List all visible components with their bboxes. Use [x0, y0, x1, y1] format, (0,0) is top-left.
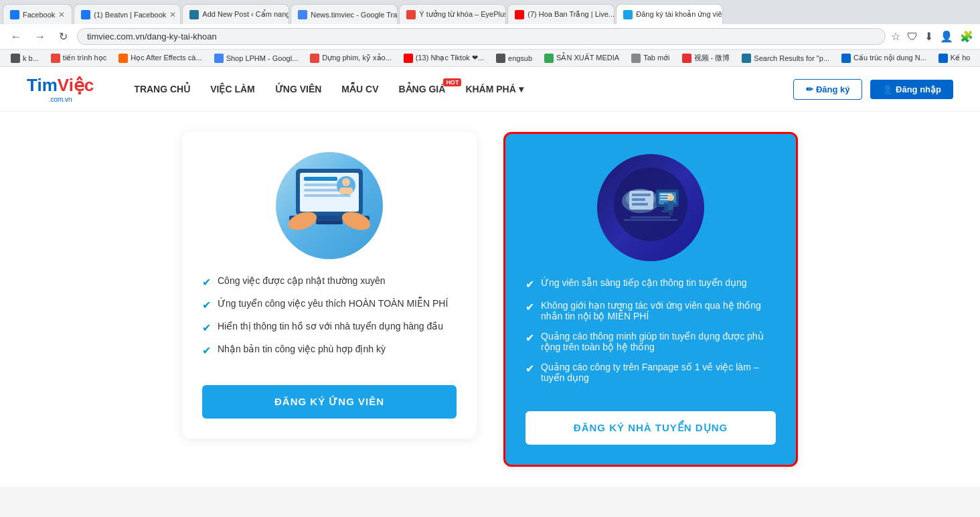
ntd-feature-item-1: ✔ Ứng viên sẵn sàng tiếp cận thông tin t…: [525, 277, 776, 291]
feature-item-3: ✔ Hiển thị thông tin hồ sơ với nhà tuyển…: [202, 321, 457, 334]
bookmark-nhac-tiktok-icon: [404, 54, 413, 63]
tab-dang-ky-label: Đăng ký tài khoản ứng viê...: [636, 10, 723, 19]
svg-rect-28: [668, 201, 673, 210]
ntd-feature-text-2: Không giới hạn tương tác với ứng viên qu…: [541, 300, 776, 321]
tabs-bar: Facebook ✕ (1) Beatvn | Facebook ✕ Add N…: [0, 0, 980, 24]
check-icon-2: ✔: [202, 299, 211, 311]
bookmark-weibo-icon: [682, 54, 691, 63]
reload-button[interactable]: ↻: [55, 29, 72, 44]
tab-add-post-label: Add New Post ‹ Cẩm nang...: [202, 10, 289, 19]
toolbar-icons: ☆ 🛡 ⬇ 👤 🧩: [891, 30, 973, 43]
eyeplus-tab-icon: [406, 10, 416, 19]
svg-rect-10: [316, 221, 343, 224]
nav-viec-lam[interactable]: VIỆC LÀM: [210, 84, 255, 94]
tab-beatvn[interactable]: (1) Beatvn | Facebook ✕: [74, 4, 181, 24]
tab-youtube[interactable]: (7) Hoa Ban Trắng | Live... ✕: [507, 4, 615, 24]
ntd-feature-item-4: ✔ Quảng cáo công ty trên Fanpage số 1 về…: [525, 362, 776, 383]
feature-text-2: Ứng tuyển công việc yêu thích HOÀN TOÀN …: [218, 298, 448, 309]
bookmarks-bar: k b... tiến trình học Học After Effects …: [0, 50, 980, 67]
bookmark-kb[interactable]: k b...: [7, 52, 43, 64]
tab-dang-ky[interactable]: Đăng ký tài khoản ứng viê... ✕: [616, 4, 723, 24]
logo-tim: Tim: [27, 75, 58, 95]
bookmark-tien-trinh[interactable]: tiến trình học: [47, 52, 110, 64]
svg-rect-32: [671, 210, 673, 216]
nav-mau-cv[interactable]: MẪU CV: [341, 84, 378, 94]
bookmark-tab-moi-icon: [631, 54, 641, 63]
ntd-check-icon-2: ✔: [525, 301, 534, 313]
svg-rect-17: [632, 194, 651, 196]
bookmark-dung-phim[interactable]: Dựng phim, kỹ xảo...: [306, 52, 396, 64]
browser-toolbar: ← → ↻ ☆ 🛡 ⬇ 👤 🧩: [0, 24, 980, 50]
nha-tuyen-dung-illustration: [597, 154, 704, 261]
nha-tuyen-dung-features: ✔ Ứng viên sẵn sàng tiếp cận thông tin t…: [525, 277, 776, 392]
bookmark-nhac-tiktok[interactable]: (13) Nhạc Tiktok ❤...: [400, 52, 488, 64]
bookmark-icon[interactable]: ☆: [891, 30, 900, 43]
beatvn-tab-icon: [81, 10, 90, 19]
user-icon: 👤: [882, 84, 893, 94]
nav-links: TRANG CHỦ VIỆC LÀM ỨNG VIÊN MẪU CV BẢNG …: [134, 84, 523, 94]
tab-facebook-label: Facebook: [23, 11, 55, 19]
nav-trang-chu[interactable]: TRANG CHỦ: [134, 84, 190, 94]
feature-text-4: Nhận bản tin công việc phù hợp định kỳ: [218, 344, 386, 354]
bookmark-cau-truc[interactable]: Cấu trúc nội dung N...: [837, 52, 930, 64]
nav-bang-gia[interactable]: BẢNG GIÁ HOT: [398, 84, 445, 94]
feature-text-3: Hiển thị thông tin hồ sơ với nhà tuyển d…: [218, 321, 443, 331]
ntd-feature-text-1: Ứng viên sẵn sàng tiếp cận thông tin tuy…: [541, 277, 747, 288]
bookmark-dung-phim-icon: [310, 54, 319, 63]
dang-ky-button[interactable]: ✏ Đăng ký: [793, 79, 862, 100]
bookmark-weibo[interactable]: 视频 - 微博: [678, 52, 734, 64]
download-icon[interactable]: ⬇: [924, 30, 933, 43]
svg-rect-29: [664, 202, 668, 204]
svg-point-27: [667, 194, 674, 201]
tab-facebook[interactable]: Facebook ✕: [3, 4, 72, 24]
forward-button[interactable]: →: [31, 29, 50, 44]
ntd-check-icon-1: ✔: [525, 278, 534, 291]
tab-beatvn-close[interactable]: ✕: [166, 10, 176, 19]
ntd-feature-item-3: ✔ Quảng cáo thông minh giúp tin tuyển dụ…: [525, 331, 776, 352]
check-icon-3: ✔: [202, 321, 211, 334]
tab-eyeplus[interactable]: Ý tưởng từ khóa – EyePlus... ✕: [399, 4, 506, 24]
shield-icon[interactable]: 🛡: [907, 31, 918, 43]
tab-facebook-close[interactable]: ✕: [55, 10, 65, 19]
bookmark-after-effects[interactable]: Học After Effects cà...: [114, 52, 206, 64]
logo-com: .com.vn: [49, 96, 72, 103]
dang-ky-ung-vien-button[interactable]: ĐĂNG KÝ ỨNG VIÊN: [202, 385, 457, 419]
nha-tuyen-dung-card: ✔ Ứng viên sẵn sàng tiếp cận thông tin t…: [503, 132, 798, 467]
nha-tuyen-dung-svg: [604, 164, 698, 251]
logo-viec: Việc: [58, 75, 94, 95]
tab-add-post[interactable]: Add New Post ‹ Cẩm nang... ✕: [182, 4, 289, 24]
ntd-check-icon-3: ✔: [525, 331, 534, 344]
bookmark-san-xuat-media[interactable]: SẢN XUẤT MEDIA: [540, 52, 623, 64]
nav-auth: ✏ Đăng ký 👤 Đăng nhập: [793, 79, 953, 100]
svg-rect-2: [304, 177, 337, 181]
dang-ky-nha-tuyen-dung-button[interactable]: ĐĂNG KÝ NHÀ TUYỂN DỤNG: [525, 411, 776, 445]
bookmark-tab-moi[interactable]: Tab mới: [627, 52, 673, 64]
ntd-feature-text-4: Quảng cáo công ty trên Fanpage số 1 về v…: [541, 362, 776, 383]
dang-nhap-button[interactable]: 👤 Đăng nhập: [870, 80, 953, 99]
bookmark-ke-ho[interactable]: Kế ho: [934, 52, 975, 64]
bookmark-search-p[interactable]: Search Results for "p...: [738, 52, 833, 64]
add-post-tab-icon: [189, 10, 199, 19]
bookmark-engsub[interactable]: engsub: [492, 52, 536, 64]
tab-eyeplus-label: Ý tưởng từ khóa – EyePlus...: [419, 10, 506, 19]
ung-vien-illustration: [276, 152, 383, 259]
bookmark-shop-lphm[interactable]: Shop LPHM - Googl...: [210, 52, 303, 64]
extensions-icon[interactable]: 🧩: [960, 30, 973, 43]
svg-rect-34: [631, 216, 671, 218]
svg-rect-8: [339, 188, 353, 194]
bookmark-engsub-icon: [496, 54, 505, 63]
ntd-feature-text-3: Quảng cáo thông minh giúp tin tuyển dụng…: [541, 331, 776, 352]
nav-ung-vien[interactable]: ỨNG VIÊN: [275, 84, 322, 94]
back-button[interactable]: ←: [7, 29, 25, 44]
tab-news-timviec[interactable]: News.timviec - Google Tra... ✕: [291, 4, 398, 24]
svg-point-7: [342, 178, 350, 186]
profile-icon[interactable]: 👤: [940, 30, 953, 43]
pencil-icon: ✏: [806, 84, 813, 94]
dang-ky-tab-icon: [623, 10, 633, 19]
logo[interactable]: TimViệc .com.vn: [27, 75, 94, 103]
svg-rect-30: [673, 202, 677, 204]
bookmark-shop-lphm-icon: [214, 54, 224, 63]
address-bar[interactable]: [77, 28, 886, 45]
browser-chrome: Facebook ✕ (1) Beatvn | Facebook ✕ Add N…: [0, 0, 980, 67]
nav-kham-pha[interactable]: KHÁM PHÁ ▾: [465, 84, 523, 94]
